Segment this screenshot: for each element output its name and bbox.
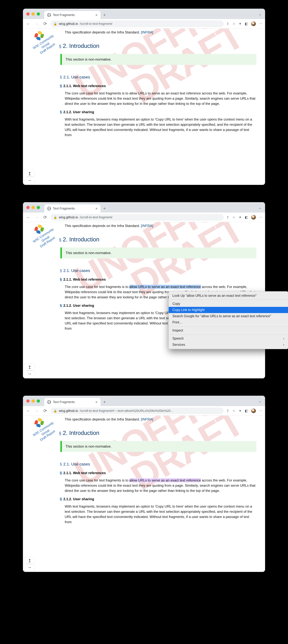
extensions-icon[interactable]: ✦	[239, 409, 242, 413]
menu-icon[interactable]: ⋮	[259, 22, 263, 26]
submenu-icon: ›	[283, 337, 284, 340]
new-tab-button[interactable]: +	[100, 204, 108, 212]
nav-right-icon[interactable]: →	[28, 178, 32, 182]
heading-introduction: §2. Introduction	[59, 42, 256, 50]
share-icon[interactable]: ⇪	[226, 22, 229, 26]
toolbar: ← → ⟳ 🔒 wicg.github.io/scroll-to-text-fr…	[23, 212, 265, 222]
ctx-copy[interactable]: Copy	[169, 301, 288, 307]
menu-icon[interactable]: ⋮	[259, 216, 263, 219]
lock-icon: 🔒	[54, 409, 57, 412]
reload-button[interactable]: ⟳	[42, 21, 48, 26]
spec-content: This specification depends on the Infra …	[65, 30, 256, 140]
window-controls	[26, 12, 40, 16]
ctx-search-google[interactable]: Search Google for "allow URLs to serve a…	[169, 313, 288, 319]
ctx-copy-link-to-highlight[interactable]: Copy Link to Highlight	[169, 307, 288, 313]
address-bar[interactable]: 🔒 wicg.github.io/scroll-to-text-fragment…	[50, 20, 224, 27]
section-mark-icon[interactable]: §	[60, 268, 62, 273]
infra-link[interactable]: [INFRA]	[141, 30, 153, 34]
infra-link[interactable]: [INFRA]	[141, 224, 153, 228]
globe-icon	[47, 400, 51, 404]
profile-avatar[interactable]	[251, 408, 256, 413]
section-mark-icon[interactable]: §	[60, 277, 62, 282]
ctx-services[interactable]: Services›	[169, 342, 288, 348]
section-mark-icon[interactable]: §	[60, 471, 62, 475]
extensions-icon[interactable]: ✦	[239, 215, 242, 219]
sidepanel-icon[interactable]: ◧	[245, 22, 248, 26]
infra-link[interactable]: [INFRA]	[141, 417, 153, 421]
new-tab-button[interactable]: +	[100, 11, 108, 19]
address-bar[interactable]: 🔒 wicg.github.io/scroll-to-text-fragment…	[50, 214, 224, 221]
tab-overflow-icon[interactable]: ⌄	[258, 205, 262, 210]
section-mark-icon[interactable]: §	[60, 497, 62, 501]
tab-overflow-icon[interactable]: ⌄	[258, 399, 262, 403]
section-mark-icon[interactable]: §	[59, 44, 62, 49]
back-button[interactable]: ←	[26, 408, 31, 413]
active-tab[interactable]: Text Fragments ×	[44, 204, 100, 212]
profile-avatar[interactable]	[251, 215, 256, 220]
fullscreen-window-button[interactable]	[37, 400, 40, 402]
ctx-speech[interactable]: Speech›	[169, 336, 288, 342]
close-tab-icon[interactable]: ×	[96, 400, 98, 404]
section-mark-icon[interactable]: §	[60, 110, 62, 114]
share-icon[interactable]: ⇪	[226, 215, 229, 219]
close-window-button[interactable]	[26, 400, 30, 402]
back-button[interactable]: ←	[26, 215, 31, 220]
depends-para: This specification depends on the Infra …	[65, 30, 256, 35]
heading-web-text-ref: §2.1.1. Web text references	[60, 83, 256, 89]
extensions-icon[interactable]: ✦	[239, 22, 242, 26]
menu-icon[interactable]: ⋮	[259, 409, 263, 412]
spec-nav-widget[interactable]: ↥ →	[24, 557, 35, 571]
section-mark-icon[interactable]: §	[59, 431, 62, 436]
ctx-inspect[interactable]: Inspect	[169, 327, 288, 334]
forward-button[interactable]: →	[34, 215, 40, 220]
ctx-print[interactable]: Print…	[169, 319, 288, 326]
nav-right-icon[interactable]: →	[28, 372, 32, 376]
active-tab[interactable]: Text Fragments ×	[44, 11, 100, 19]
section-mark-icon[interactable]: §	[60, 462, 62, 466]
nav-right-icon[interactable]: →	[28, 565, 32, 570]
section-mark-icon[interactable]: §	[60, 84, 62, 88]
address-bar[interactable]: 🔒 wicg.github.io/scroll-to-text-fragment…	[50, 408, 224, 414]
profile-avatar[interactable]	[251, 22, 256, 26]
w3c-logo: W3C Community Group Draft Report	[23, 28, 62, 59]
ctx-look-up[interactable]: Look Up "allow URLs to serve as an exact…	[169, 292, 288, 299]
active-tab[interactable]: Text Fragments ×	[44, 398, 100, 406]
tab-overflow-icon[interactable]: ⌄	[258, 12, 262, 16]
close-window-button[interactable]	[26, 206, 30, 209]
spec-nav-widget[interactable]: ↥ →	[24, 364, 35, 378]
section-mark-icon[interactable]: §	[60, 303, 62, 308]
fullscreen-window-button[interactable]	[37, 12, 40, 16]
nav-up-icon[interactable]: ↥	[26, 365, 33, 370]
back-button[interactable]: ←	[26, 21, 31, 26]
nav-up-icon[interactable]: ↥	[26, 559, 33, 564]
reload-button[interactable]: ⟳	[42, 215, 48, 220]
window-controls	[26, 400, 40, 402]
section-mark-icon[interactable]: §	[60, 75, 62, 79]
fullscreen-window-button[interactable]	[37, 206, 40, 209]
close-tab-icon[interactable]: ×	[96, 13, 98, 17]
depends-para: This specification depends on the Infra …	[65, 223, 256, 228]
nav-up-icon[interactable]: ↥	[26, 172, 33, 177]
spec-nav-widget[interactable]: ↥ →	[24, 170, 35, 184]
close-window-button[interactable]	[26, 12, 30, 16]
forward-button[interactable]: →	[34, 408, 40, 413]
bookmark-icon[interactable]: ☆	[232, 215, 236, 219]
spec-content: This specification depends on the Infra …	[65, 417, 256, 528]
sidepanel-icon[interactable]: ◧	[245, 215, 248, 219]
tab-title: Text Fragments	[53, 400, 94, 404]
forward-button[interactable]: →	[34, 21, 40, 26]
bookmark-icon[interactable]: ☆	[232, 22, 236, 26]
minimize-window-button[interactable]	[32, 206, 35, 209]
close-tab-icon[interactable]: ×	[96, 207, 98, 210]
minimize-window-button[interactable]	[32, 12, 35, 16]
sidepanel-icon[interactable]: ◧	[245, 409, 248, 413]
bookmark-icon[interactable]: ☆	[232, 409, 236, 413]
minimize-window-button[interactable]	[32, 400, 35, 402]
heading-usecases: §2.1. Use cases	[60, 461, 256, 467]
share-icon[interactable]: ⇪	[226, 409, 229, 413]
new-tab-button[interactable]: +	[100, 398, 108, 406]
reload-button[interactable]: ⟳	[42, 408, 48, 413]
text-selection[interactable]: allow URLs to serve as an exact text ref…	[129, 285, 201, 289]
lock-icon: 🔒	[54, 216, 57, 219]
section-mark-icon[interactable]: §	[59, 238, 62, 242]
